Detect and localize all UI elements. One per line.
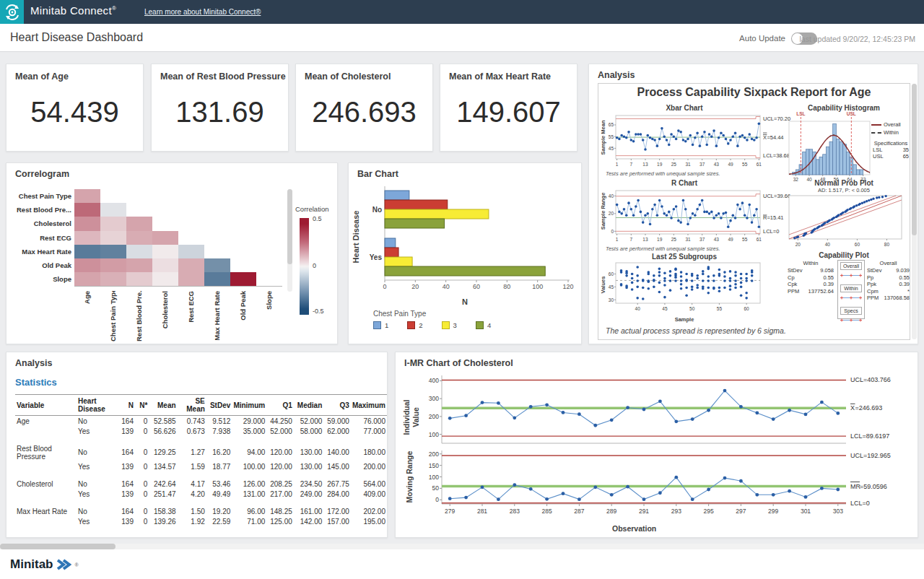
kpi-label: Mean of Rest Blood Pressure <box>160 71 286 82</box>
correlogram-cell[interactable] <box>178 245 204 258</box>
analysis-sixpack-panel: Analysis Process Capability Sixpack Repo… <box>588 64 918 344</box>
kpi-card-rest-blood-pressure: Mean of Rest Blood Pressure 131.69 <box>151 64 289 152</box>
within-line-swatch <box>871 132 881 134</box>
correlogram-cell[interactable] <box>152 231 178 245</box>
correlogram-cell[interactable] <box>100 231 126 245</box>
last25-xlabel: Sample <box>616 316 753 323</box>
correlogram-cell[interactable] <box>74 245 100 258</box>
svg-text:20: 20 <box>609 211 614 216</box>
bar-chart-panel: Bar Chart Heart Disease NoYes02040608010… <box>348 162 582 344</box>
kpi-card-cholesterol: Mean of Cholesterol 246.693 <box>295 64 433 152</box>
table-header: Median <box>294 395 324 416</box>
svg-text:100: 100 <box>429 431 439 438</box>
svg-text:USL: USL <box>847 111 856 116</box>
correlogram-cell[interactable] <box>100 258 126 272</box>
svg-text:61: 61 <box>757 237 762 242</box>
correlogram-cell[interactable] <box>74 231 100 245</box>
bar-chart: NoYes020406080100120 <box>365 183 575 295</box>
correlogram-cell[interactable] <box>74 272 100 286</box>
svg-text:200: 200 <box>429 413 439 420</box>
svg-text:49: 49 <box>728 162 733 167</box>
correlogram-cell[interactable] <box>230 272 256 286</box>
correlogram-cell[interactable] <box>74 203 100 217</box>
kpi-label: Mean of Cholesterol <box>305 71 391 82</box>
overall-line-swatch <box>871 124 881 126</box>
correlogram-cell[interactable] <box>100 217 126 230</box>
svg-text:300: 300 <box>429 395 439 402</box>
svg-text:289: 289 <box>606 508 616 515</box>
cap-stat-row: Ppk0.39 <box>867 281 910 288</box>
correlogram-cell[interactable] <box>126 272 152 286</box>
correlogram-cell[interactable] <box>178 258 204 272</box>
correlogram-cell[interactable] <box>204 258 230 272</box>
correlogram-cell[interactable] <box>178 272 204 286</box>
svg-text:X: X <box>850 404 855 412</box>
capability-within-stats: WithinStDev9.058Cp0.55Cpk0.39PPM137752.6… <box>788 260 834 295</box>
svg-text:43: 43 <box>714 237 720 242</box>
svg-text:60: 60 <box>855 242 860 247</box>
statistics-section-title[interactable]: Statistics <box>15 377 57 388</box>
correlogram-cell[interactable] <box>126 245 152 258</box>
svg-text:LCL=0: LCL=0 <box>763 228 779 235</box>
correlogram-cell[interactable] <box>74 189 100 203</box>
xbar-note: Tests are performed with unequal sample … <box>606 170 720 177</box>
kpi-card-max-heart-rate: Mean of Max Heart Rate 149.607 <box>440 64 578 152</box>
minitab-footer-logo[interactable]: Minitab ® <box>10 557 79 572</box>
histogram-legend: Overall Within Specifications LSL35 USL6… <box>871 121 910 160</box>
svg-text:287: 287 <box>574 508 584 515</box>
cap-stat-row: PPM137068.58 <box>867 295 910 302</box>
specifications-title: Specifications <box>871 140 910 147</box>
kpi-value: 54.439 <box>6 96 143 129</box>
svg-text:30: 30 <box>609 297 614 302</box>
correlogram-cell[interactable] <box>126 258 152 272</box>
cap-stat-row: Pp0.55 <box>867 274 910 282</box>
brand-title: Minitab Connect® <box>30 4 116 17</box>
correlogram-cell[interactable] <box>74 217 100 230</box>
learn-more-link[interactable]: Learn more about Minitab Connect® <box>144 8 261 16</box>
horizontal-scrollbar[interactable] <box>0 544 924 549</box>
sixpack-title: Process Capability Sixpack Report for Ag… <box>598 86 910 99</box>
svg-text:LCL=0: LCL=0 <box>850 500 870 507</box>
svg-text:Yes: Yes <box>370 253 383 261</box>
correlogram-cell[interactable] <box>204 272 230 286</box>
correlogram-cell[interactable] <box>126 231 152 245</box>
normal-prob-plot-chart: 20406080 <box>786 194 906 251</box>
panel-scrollbar[interactable] <box>912 84 917 339</box>
correlogram-cell[interactable] <box>74 258 100 272</box>
svg-text:=15.41: =15.41 <box>767 214 783 221</box>
correlogram-cell[interactable] <box>152 272 178 286</box>
svg-text:37: 37 <box>699 162 705 167</box>
lsl-name: LSL <box>873 147 882 153</box>
moving-range-ylabel: Moving Range <box>405 445 414 510</box>
correlogram-row-label: Slope <box>53 275 71 283</box>
correlogram-cell[interactable] <box>152 258 178 272</box>
svg-text:200: 200 <box>429 450 439 458</box>
capability-histogram-chart: LSLUSL324048566472 <box>786 111 873 186</box>
svg-text:LCL=89.6197: LCL=89.6197 <box>850 432 889 440</box>
table-header: Minimum <box>232 395 266 416</box>
bar-legend-item: 1 <box>373 321 388 329</box>
kpi-value: 149.607 <box>440 96 577 129</box>
specifications-block: Specifications LSL35 USL65 <box>871 140 910 160</box>
svg-text:80: 80 <box>884 242 890 247</box>
correlogram-col-label: Rest Blood Pre... <box>135 291 144 341</box>
svg-text:20: 20 <box>411 283 419 290</box>
correlogram-cell[interactable] <box>126 217 152 230</box>
svg-text:37: 37 <box>699 237 705 242</box>
svg-text:50: 50 <box>432 484 440 492</box>
correlogram-cell[interactable] <box>100 245 126 258</box>
svg-text:=54.44: =54.44 <box>767 134 783 141</box>
last-updated-text: last updated 9/20/22, 12:45:23 PM <box>799 35 915 43</box>
correlogram-cell[interactable] <box>152 245 178 258</box>
svg-text:150: 150 <box>429 462 439 469</box>
correlogram-cell[interactable] <box>100 203 126 217</box>
bar-legend-item: 3 <box>442 321 457 329</box>
svg-text:19: 19 <box>657 162 663 167</box>
minitab-connect-logo-icon[interactable] <box>0 0 24 24</box>
svg-text:0: 0 <box>611 229 614 234</box>
correlogram-cell[interactable] <box>100 272 126 286</box>
svg-text:13: 13 <box>642 162 648 167</box>
bar-legend-title: Chest Pain Type <box>373 310 426 318</box>
svg-text:55: 55 <box>742 237 748 242</box>
correlogram-scrollbar[interactable] <box>287 189 292 292</box>
